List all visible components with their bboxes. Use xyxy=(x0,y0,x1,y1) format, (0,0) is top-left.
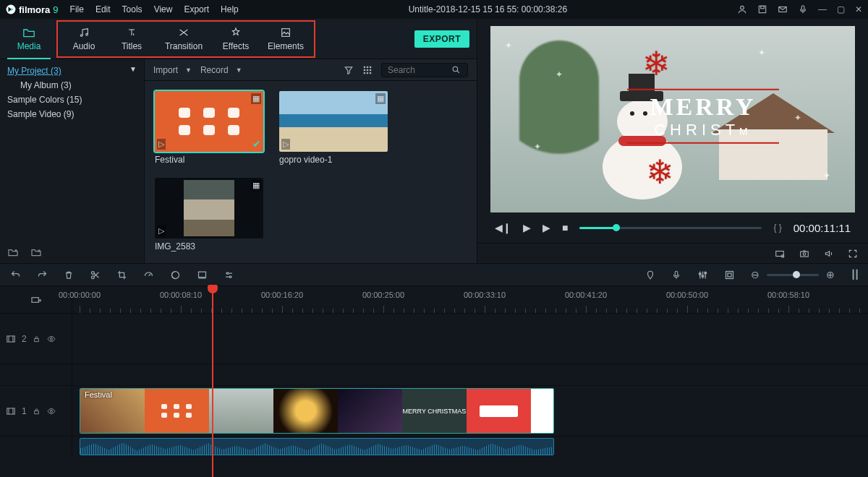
zoom-out-button[interactable]: ⊖ xyxy=(751,269,760,280)
track-row-2-video: 2 xyxy=(0,314,868,364)
menu-view[interactable]: View xyxy=(154,4,173,14)
menu-export[interactable]: Export xyxy=(184,4,209,14)
zoom-control: ⊖ ⊕ xyxy=(751,269,835,280)
clip-card-festival[interactable]: ▦ ▷ ✔ Festival xyxy=(155,91,263,165)
delete-folder-icon[interactable] xyxy=(30,247,42,257)
stop-button[interactable]: ■ xyxy=(562,222,568,233)
menu-edit[interactable]: Edit xyxy=(95,4,111,14)
timeline-clip-festival[interactable]: Festival MERRY CHRISTMAS xyxy=(80,388,554,434)
record-dropdown[interactable]: Record▼ xyxy=(200,65,242,75)
delete-icon[interactable] xyxy=(64,270,74,280)
film-icon: ▦ xyxy=(251,93,261,104)
lock-icon[interactable] xyxy=(33,407,41,416)
ribbon-tab-media[interactable]: Media xyxy=(7,22,51,56)
track-number: 1 xyxy=(22,406,27,416)
voiceover-icon[interactable] xyxy=(671,270,681,280)
green-screen-icon[interactable] xyxy=(197,270,208,280)
minimize-button[interactable]: — xyxy=(818,4,827,14)
cut-icon[interactable] xyxy=(90,270,101,280)
menu-file[interactable]: File xyxy=(70,4,84,14)
project-sidebar: ▼ My Project (3) My Album (3) Sample Col… xyxy=(0,59,145,263)
undo-icon[interactable] xyxy=(10,270,21,280)
svg-rect-36 xyxy=(7,335,15,341)
playhead[interactable] xyxy=(212,286,213,477)
snapshot-icon[interactable] xyxy=(799,249,810,259)
chevron-down-icon[interactable]: ▼ xyxy=(129,65,137,73)
audio-mixer-icon[interactable] xyxy=(697,270,708,280)
sidebar-item-my-album[interactable]: My Album (3) xyxy=(7,78,137,93)
clip-card-gopro[interactable]: ▦ ▷ gopro video-1 xyxy=(279,91,388,165)
filter-icon[interactable] xyxy=(344,65,354,75)
crop-icon[interactable] xyxy=(116,270,127,280)
marker-braces[interactable]: { } xyxy=(773,223,781,233)
volume-icon[interactable] xyxy=(823,249,835,259)
svg-rect-30 xyxy=(699,273,702,275)
import-dropdown[interactable]: Import▼ xyxy=(153,65,192,75)
preview-viewport[interactable]: ❄ ❄ MERRY CHRISTM ✦ ✦ ✦ ✦ ✦ ✦ xyxy=(490,26,855,212)
lock-icon[interactable] xyxy=(33,335,41,343)
fullscreen-icon[interactable] xyxy=(848,249,858,259)
track-body-2[interactable] xyxy=(72,314,868,364)
sidebar-item-sample-video[interactable]: Sample Video (9) xyxy=(7,107,137,121)
color-icon[interactable] xyxy=(170,270,181,280)
save-icon[interactable] xyxy=(757,4,767,14)
app-version: 9 xyxy=(53,4,58,15)
svg-rect-2 xyxy=(759,6,765,12)
menu-tools[interactable]: Tools xyxy=(122,4,142,14)
account-icon[interactable] xyxy=(737,4,747,14)
new-folder-icon[interactable] xyxy=(7,247,19,257)
ribbon-label-audio: Audio xyxy=(73,41,95,51)
sidebar-item-my-project[interactable]: My Project (3) xyxy=(7,64,137,78)
svg-point-27 xyxy=(226,272,229,274)
record-label: Record xyxy=(200,65,229,75)
zoom-in-button[interactable]: ⊕ xyxy=(826,269,835,280)
svg-rect-15 xyxy=(364,72,365,73)
play-forward-button[interactable]: ▶ xyxy=(542,222,550,233)
svg-rect-10 xyxy=(367,66,368,67)
zoom-slider[interactable] xyxy=(767,274,819,276)
play-button[interactable]: ▶ xyxy=(523,222,531,233)
track-body-1[interactable]: Festival MERRY CHRISTMAS xyxy=(72,386,868,436)
clip-card-img2583[interactable]: ▦ ▷ IMG_2583 xyxy=(155,178,263,252)
search-box[interactable] xyxy=(381,63,468,77)
svg-rect-37 xyxy=(34,338,38,341)
svg-rect-40 xyxy=(34,411,38,413)
maximize-button[interactable]: ▢ xyxy=(837,4,845,14)
redo-icon[interactable] xyxy=(37,270,48,280)
adjust-icon[interactable] xyxy=(224,270,234,280)
add-track-icon[interactable] xyxy=(30,295,42,305)
grid-view-icon[interactable] xyxy=(362,65,373,75)
audio-clip[interactable] xyxy=(80,438,554,455)
ribbon-tab-audio[interactable]: Audio xyxy=(62,23,106,55)
mic-icon[interactable] xyxy=(798,4,808,14)
timeline-ruler[interactable]: 00:00:00:0000:00:08:1000:00:16:2000:00:2… xyxy=(0,286,868,314)
menu-help[interactable]: Help xyxy=(221,4,239,14)
zoom-fit-icon[interactable]: ┃┃ xyxy=(851,270,858,280)
speed-icon[interactable] xyxy=(143,270,154,280)
settings-icon[interactable] xyxy=(774,249,786,259)
ribbon-tab-titles[interactable]: Titles xyxy=(110,23,153,55)
app-name: filmora xyxy=(19,4,50,15)
eye-icon[interactable] xyxy=(46,335,56,343)
mail-icon[interactable] xyxy=(778,4,788,14)
prev-frame-button[interactable]: ◀❙ xyxy=(495,222,511,233)
play-badge-icon: ▷ xyxy=(157,139,166,150)
clip-title: Festival xyxy=(155,155,263,165)
svg-point-7 xyxy=(86,33,88,35)
marker-icon[interactable] xyxy=(645,270,655,280)
ruler-label: 00:00:33:10 xyxy=(464,291,506,299)
sidebar-item-sample-colors[interactable]: Sample Colors (15) xyxy=(7,93,137,107)
ribbon-tab-effects[interactable]: Effects xyxy=(214,23,258,55)
check-icon: ✔ xyxy=(252,138,261,150)
eye-icon[interactable] xyxy=(46,407,56,416)
audio-track-body[interactable] xyxy=(72,437,868,457)
search-input[interactable] xyxy=(388,65,446,75)
preview-progress[interactable] xyxy=(579,227,762,229)
track-row-1-video: 1 Festival MERRY CHRISTMAS xyxy=(0,386,868,437)
render-icon[interactable] xyxy=(724,270,735,280)
film-icon xyxy=(6,335,16,343)
ribbon-tab-transition[interactable]: Transition xyxy=(158,23,210,55)
ribbon-tab-elements[interactable]: Elements xyxy=(262,23,310,55)
close-button[interactable]: ✕ xyxy=(855,4,862,14)
export-button[interactable]: EXPORT xyxy=(414,30,469,48)
